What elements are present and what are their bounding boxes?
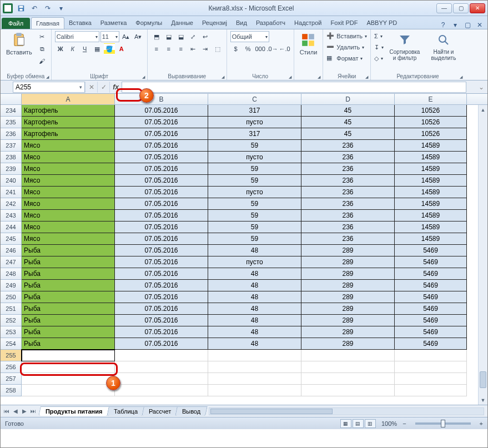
decrease-indent-button[interactable]: ⇤: [188, 43, 199, 54]
cell[interactable]: 45: [301, 105, 395, 117]
hscroll-thumb[interactable]: [210, 409, 333, 414]
row-header[interactable]: 254: [1, 338, 22, 350]
cell[interactable]: 289: [301, 315, 395, 326]
cell[interactable]: [301, 350, 395, 361]
cell[interactable]: Мясо: [22, 198, 115, 210]
cell[interactable]: [208, 361, 301, 373]
cell[interactable]: пусто: [208, 187, 301, 198]
font-size-combo[interactable]: 11▾: [100, 31, 119, 42]
cell[interactable]: [22, 385, 115, 396]
align-top-button[interactable]: ⬒: [151, 31, 162, 42]
cell[interactable]: 07.05.2016: [115, 245, 208, 256]
cell[interactable]: Мясо: [22, 163, 115, 175]
cell[interactable]: [22, 373, 115, 385]
cell[interactable]: 07.05.2016: [115, 315, 208, 326]
cell[interactable]: 07.05.2016: [115, 117, 208, 128]
cell[interactable]: 48: [208, 245, 301, 256]
cell[interactable]: [22, 350, 115, 361]
merge-button[interactable]: ⬚: [212, 43, 223, 54]
row-header[interactable]: 248: [1, 268, 22, 280]
comma-button[interactable]: 000: [255, 43, 266, 54]
horizontal-scrollbar[interactable]: [209, 407, 484, 415]
cell[interactable]: 236: [301, 152, 395, 163]
cell[interactable]: 10526: [395, 128, 467, 140]
percent-button[interactable]: %: [243, 43, 254, 54]
ribbon-tab-3[interactable]: Формулы: [131, 17, 167, 29]
formula-input[interactable]: [122, 82, 466, 93]
cell[interactable]: 07.05.2016: [115, 152, 208, 163]
row-header[interactable]: 246: [1, 245, 22, 256]
cell[interactable]: [395, 373, 467, 385]
cell[interactable]: 07.05.2016: [115, 280, 208, 291]
cell[interactable]: 14589: [395, 222, 467, 233]
cell[interactable]: Картофель: [22, 105, 115, 117]
row-header[interactable]: 249: [1, 280, 22, 291]
name-box[interactable]: A255 ▾: [13, 82, 85, 93]
sort-filter-button[interactable]: Сортировка и фильтр: [386, 31, 424, 62]
sheet-nav-next-icon[interactable]: ▶: [21, 408, 28, 414]
scroll-down-icon[interactable]: ▼: [479, 395, 487, 405]
cell[interactable]: Картофель: [22, 128, 115, 140]
cell[interactable]: 07.05.2016: [115, 222, 208, 233]
cell[interactable]: 289: [301, 303, 395, 315]
cell[interactable]: Мясо: [22, 152, 115, 163]
cell[interactable]: 07.05.2016: [115, 338, 208, 350]
sheet-tab-active[interactable]: Продукты питания: [38, 406, 109, 416]
ribbon-tab-1[interactable]: Вставка: [64, 17, 96, 29]
cell[interactable]: 289: [301, 268, 395, 280]
cell[interactable]: Мясо: [22, 210, 115, 222]
cell[interactable]: [301, 361, 395, 373]
cell[interactable]: 48: [208, 315, 301, 326]
cell-styles-button[interactable]: Стили: [298, 31, 320, 57]
row-header[interactable]: 258: [1, 385, 22, 396]
cell[interactable]: [395, 385, 467, 396]
row-header[interactable]: 256: [1, 361, 22, 373]
cell[interactable]: 48: [208, 280, 301, 291]
row-header[interactable]: 247: [1, 256, 22, 268]
number-format-combo[interactable]: Общий▾: [230, 31, 269, 42]
cell[interactable]: 45: [301, 117, 395, 128]
vertical-scrollbar[interactable]: ▲ ▼: [478, 105, 487, 405]
ribbon-tab-7[interactable]: Разработч: [251, 17, 290, 29]
cell[interactable]: 48: [208, 338, 301, 350]
delete-cells-button[interactable]: ➖Удалить▾: [326, 42, 367, 52]
cell[interactable]: 14589: [395, 210, 467, 222]
cell[interactable]: 10526: [395, 117, 467, 128]
row-header[interactable]: 241: [1, 187, 22, 198]
cell[interactable]: Мясо: [22, 140, 115, 152]
row-header[interactable]: 253: [1, 326, 22, 338]
cell[interactable]: 289: [301, 326, 395, 338]
row-header[interactable]: 234: [1, 105, 22, 117]
cell[interactable]: 14589: [395, 152, 467, 163]
align-center-button[interactable]: ≡: [163, 43, 174, 54]
underline-button[interactable]: Ч: [79, 43, 90, 54]
sheet-tab[interactable]: Таблица: [107, 406, 145, 416]
cell[interactable]: Рыба: [22, 245, 115, 256]
cell[interactable]: Мясо: [22, 233, 115, 245]
save-button[interactable]: [16, 3, 26, 13]
cell[interactable]: 07.05.2016: [115, 268, 208, 280]
cell[interactable]: 5469: [395, 338, 467, 350]
col-header-E[interactable]: E: [395, 94, 467, 104]
row-header[interactable]: 238: [1, 152, 22, 163]
cell[interactable]: [301, 385, 395, 396]
sheet-nav-last-icon[interactable]: ⏭: [29, 408, 37, 414]
cell[interactable]: 48: [208, 268, 301, 280]
sheet-tab[interactable]: Рассчет: [142, 406, 178, 416]
cell[interactable]: 5469: [395, 315, 467, 326]
align-right-button[interactable]: ≡: [175, 43, 187, 54]
cell[interactable]: [115, 361, 208, 373]
cell[interactable]: 45: [301, 128, 395, 140]
row-header[interactable]: 242: [1, 198, 22, 210]
cell[interactable]: 5469: [395, 245, 467, 256]
scroll-up-icon[interactable]: ▲: [479, 105, 487, 114]
format-cells-button[interactable]: ▦Формат▾: [326, 53, 367, 63]
cell[interactable]: 5469: [395, 303, 467, 315]
cell[interactable]: 236: [301, 163, 395, 175]
cell[interactable]: 48: [208, 291, 301, 303]
row-header[interactable]: 240: [1, 175, 22, 187]
cell[interactable]: Мясо: [22, 222, 115, 233]
cell[interactable]: 07.05.2016: [115, 175, 208, 187]
cell[interactable]: пусто: [208, 152, 301, 163]
cell[interactable]: 5469: [395, 256, 467, 268]
